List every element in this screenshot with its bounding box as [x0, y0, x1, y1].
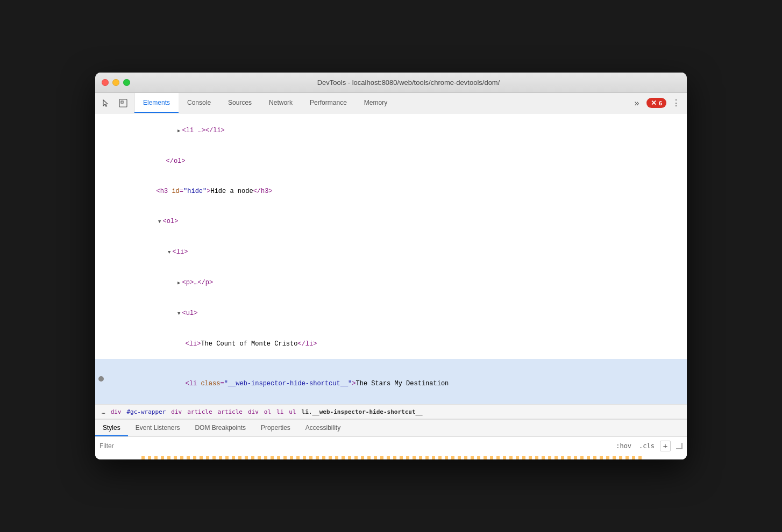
hov-button[interactable]: :hov	[614, 441, 634, 451]
triangle-icon[interactable]	[176, 308, 182, 319]
dom-panel[interactable]: <li …></li> </ol> <h3 id="hide">Hide a n…	[95, 113, 687, 404]
tab-accessibility[interactable]: Accessibility	[298, 420, 348, 436]
dom-line[interactable]: <p>…</p>	[95, 268, 687, 298]
dom-line[interactable]: <li …></li>	[95, 116, 687, 146]
tab-dom-breakpoints[interactable]: DOM Breakpoints	[187, 420, 253, 436]
cursor-icon[interactable]	[99, 97, 112, 110]
breadcrumb-current[interactable]: li.__web-inspector-hide-shortcut__	[300, 407, 425, 416]
error-badge[interactable]: ✕ 6	[646, 98, 666, 108]
close-button[interactable]	[102, 79, 109, 86]
tab-properties[interactable]: Properties	[253, 420, 298, 436]
error-icon: ✕	[651, 99, 657, 107]
triangle-icon[interactable]	[166, 247, 173, 257]
dom-line[interactable]: <li>	[95, 237, 687, 268]
dom-line[interactable]: <ol>	[95, 206, 687, 237]
maximize-button[interactable]	[123, 79, 130, 86]
selected-indicator	[98, 376, 104, 382]
filter-bar: :hov .cls +	[95, 437, 687, 455]
filter-input[interactable]	[99, 442, 614, 450]
add-style-button[interactable]: +	[660, 441, 671, 451]
dom-line-selected-close[interactable]: </li> == $0	[95, 399, 687, 404]
tab-event-listeners[interactable]: Event Listeners	[128, 420, 188, 436]
dom-line[interactable]: <h3 id="hide">Hide a node</h3>	[95, 176, 687, 206]
breadcrumb-bar: … div #gc-wrapper div article article di…	[95, 404, 687, 419]
tab-sources[interactable]: Sources	[219, 93, 260, 113]
breadcrumb-ul[interactable]: ul	[287, 407, 298, 416]
bottom-tabs: Styles Event Listeners DOM Breakpoints P…	[95, 420, 687, 437]
triangle-icon[interactable]	[176, 126, 182, 136]
title-bar: DevTools - localhost:8080/web/tools/chro…	[95, 73, 687, 93]
svg-rect-1	[121, 101, 123, 103]
toolbar-icons	[95, 93, 134, 113]
window-title: DevTools - localhost:8080/web/tools/chro…	[137, 78, 680, 87]
breadcrumb-div2[interactable]: div	[169, 407, 184, 416]
dom-line[interactable]: <ul>	[95, 298, 687, 329]
breadcrumb-gc-wrapper[interactable]: #gc-wrapper	[125, 407, 168, 416]
devtools-window: DevTools - localhost:8080/web/tools/chro…	[95, 73, 687, 459]
tab-bar: Elements Console Sources Network Perform…	[95, 93, 687, 113]
breadcrumb-div3[interactable]: div	[246, 407, 261, 416]
resize-handle[interactable]	[676, 443, 683, 449]
tab-performance[interactable]: Performance	[301, 93, 356, 113]
kebab-menu-button[interactable]: ⋮	[670, 97, 683, 110]
filter-controls: :hov .cls +	[614, 441, 683, 451]
tab-console[interactable]: Console	[179, 93, 219, 113]
error-count: 6	[659, 100, 662, 106]
dom-line-selected[interactable]: <li class="__web-inspector-hide-shortcut…	[95, 359, 687, 399]
breadcrumb-ellipsis[interactable]: …	[99, 407, 108, 416]
breadcrumb-li[interactable]: li	[274, 407, 286, 416]
tab-network[interactable]: Network	[260, 93, 301, 113]
breadcrumb-article1[interactable]: article	[185, 407, 214, 416]
dom-line[interactable]: </ol>	[95, 146, 687, 176]
main-tabs: Elements Console Sources Network Perform…	[134, 93, 626, 113]
tab-elements[interactable]: Elements	[134, 93, 179, 113]
traffic-lights	[102, 79, 130, 86]
more-tabs-button[interactable]: »	[630, 97, 643, 110]
cls-button[interactable]: .cls	[637, 441, 657, 451]
bottom-dashes	[95, 455, 687, 459]
main-area: <li …></li> </ol> <h3 id="hide">Hide a n…	[95, 113, 687, 459]
breadcrumb-article2[interactable]: article	[216, 407, 245, 416]
breadcrumb-ol[interactable]: ol	[262, 407, 273, 416]
tab-styles[interactable]: Styles	[95, 420, 128, 436]
tab-bar-right: » ✕ 6 ⋮	[626, 93, 687, 113]
dom-line[interactable]: <li>The Count of Monte Cristo</li>	[95, 329, 687, 359]
triangle-icon[interactable]	[176, 278, 182, 288]
breadcrumb-div1[interactable]: div	[109, 407, 124, 416]
minimize-button[interactable]	[112, 79, 119, 86]
tab-memory[interactable]: Memory	[356, 93, 396, 113]
triangle-icon[interactable]	[157, 217, 163, 227]
bottom-panel: Styles Event Listeners DOM Breakpoints P…	[95, 419, 687, 459]
inspector-icon[interactable]	[117, 97, 130, 110]
